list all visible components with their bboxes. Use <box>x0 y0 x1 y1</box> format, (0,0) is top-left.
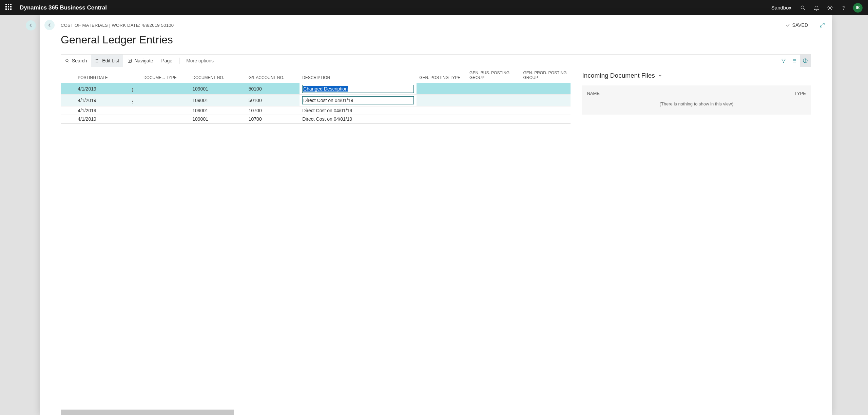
svg-rect-6 <box>128 59 132 62</box>
cell-gen-prod-posting-group[interactable] <box>521 83 571 95</box>
cell-document-no[interactable]: 109001 <box>190 106 246 115</box>
cell-description[interactable]: Direct Cost on 04/01/19 <box>300 115 417 123</box>
cell-document-no[interactable]: 109001 <box>190 115 246 123</box>
settings-icon[interactable] <box>823 0 837 15</box>
col-select[interactable] <box>61 67 75 83</box>
cell-description[interactable]: Direct Cost on 04/01/19 <box>300 106 417 115</box>
col-document-no[interactable]: DOCUMENT NO. <box>190 67 246 83</box>
more-options-action[interactable]: More options <box>182 55 218 67</box>
page-card: COST OF MATERIALS | WORK DATE: 4/8/2019 … <box>40 15 832 415</box>
edit-list-action[interactable]: Edit List <box>91 55 123 67</box>
table-row[interactable]: 4/1/201910900150100Changed Description <box>61 83 571 95</box>
user-avatar[interactable]: IK <box>853 3 863 13</box>
cell-gl-account-no[interactable]: 10700 <box>246 115 300 123</box>
cell-gen-prod-posting-group[interactable] <box>521 95 571 106</box>
horizontal-scrollbar[interactable] <box>61 410 234 415</box>
row-menu-placeholder <box>124 106 141 115</box>
notifications-icon[interactable] <box>810 0 823 15</box>
environment-badge: Sandbox <box>771 5 791 11</box>
factbox-title[interactable]: Incoming Document Files <box>582 72 811 79</box>
row-select-cell[interactable] <box>61 106 75 115</box>
action-bar: Search Edit List Navigate Page More opti… <box>61 54 811 67</box>
cell-gen-prod-posting-group[interactable] <box>521 115 571 123</box>
factbox-col-type[interactable]: TYPE <box>794 91 806 96</box>
cell-gen-bus-posting-group[interactable] <box>467 95 520 106</box>
svg-point-3 <box>844 9 844 9</box>
factbox-card: NAME TYPE (There is nothing to show in t… <box>582 85 811 115</box>
cell-document-type[interactable] <box>141 115 190 123</box>
cell-posting-date[interactable]: 4/1/2019 <box>75 83 124 95</box>
cell-document-no[interactable]: 109001 <box>190 95 246 106</box>
table-row[interactable]: 4/1/201910900110700Direct Cost on 04/01/… <box>61 115 571 123</box>
svg-point-7 <box>129 60 131 61</box>
cell-gen-bus-posting-group[interactable] <box>467 115 520 123</box>
saved-indicator: SAVED <box>786 22 808 28</box>
row-select-cell[interactable] <box>61 83 75 95</box>
svg-line-1 <box>804 8 805 10</box>
cell-gen-posting-type[interactable] <box>417 95 467 106</box>
table-row[interactable]: 4/1/201910900110700Direct Cost on 04/01/… <box>61 106 571 115</box>
cell-gen-posting-type[interactable] <box>417 83 467 95</box>
chevron-down-icon <box>658 73 662 78</box>
cell-gl-account-no[interactable]: 50100 <box>246 95 300 106</box>
svg-line-5 <box>68 61 69 62</box>
cell-gen-bus-posting-group[interactable] <box>467 83 520 95</box>
edit-list-icon <box>95 58 100 63</box>
info-pane-icon[interactable] <box>800 55 811 67</box>
col-posting-date[interactable]: POSTING DATE <box>75 67 124 83</box>
search-icon[interactable] <box>796 0 810 15</box>
col-description[interactable]: DESCRIPTION <box>300 67 417 83</box>
cell-gen-bus-posting-group[interactable] <box>467 106 520 115</box>
checkmark-icon <box>786 23 790 27</box>
cell-gen-posting-type[interactable] <box>417 106 467 115</box>
col-gen-bus-posting-group[interactable]: GEN. BUS. POSTING GROUP <box>467 67 520 83</box>
collapse-factbox-icon[interactable] <box>817 20 827 30</box>
svg-point-0 <box>801 6 804 9</box>
navigate-action[interactable]: Navigate <box>123 55 157 67</box>
row-menu-placeholder <box>124 115 141 123</box>
cell-document-no[interactable]: 109001 <box>190 83 246 95</box>
cell-description[interactable]: Direct Cost on 04/01/19 <box>300 95 417 106</box>
cell-posting-date[interactable]: 4/1/2019 <box>75 115 124 123</box>
row-select-cell[interactable] <box>61 115 75 123</box>
row-menu-button[interactable] <box>124 95 141 106</box>
col-gen-posting-type[interactable]: GEN. POSTING TYPE <box>417 67 467 83</box>
page-title: General Ledger Entries <box>61 34 811 46</box>
cell-posting-date[interactable]: 4/1/2019 <box>75 106 124 115</box>
back-button[interactable] <box>44 20 55 30</box>
cell-document-type[interactable] <box>141 95 190 106</box>
navigate-icon <box>127 58 132 63</box>
parent-back-button[interactable] <box>26 20 36 31</box>
row-select-cell[interactable] <box>61 95 75 106</box>
action-divider <box>179 58 179 64</box>
col-document-type[interactable]: DOCUME... TYPE <box>141 67 190 83</box>
app-launcher-icon[interactable] <box>5 4 14 12</box>
cell-description[interactable]: Changed Description <box>300 83 417 95</box>
ledger-entries-table: POSTING DATE DOCUME... TYPE DOCUMENT NO.… <box>61 67 571 123</box>
help-icon[interactable] <box>837 0 850 15</box>
factbox-col-name[interactable]: NAME <box>587 91 794 96</box>
search-icon <box>65 58 70 63</box>
svg-point-4 <box>66 59 69 62</box>
top-app-bar: Dynamics 365 Business Central Sandbox IK <box>0 0 868 15</box>
cell-gl-account-no[interactable]: 10700 <box>246 106 300 115</box>
cell-gl-account-no[interactable]: 50100 <box>246 83 300 95</box>
table-row[interactable]: 4/1/201910900150100Direct Cost on 04/01/… <box>61 95 571 106</box>
row-menu-button[interactable] <box>124 83 141 95</box>
cell-gen-posting-type[interactable] <box>417 115 467 123</box>
svg-point-2 <box>829 7 831 8</box>
col-gl-account-no[interactable]: G/L ACCOUNT NO. <box>246 67 300 83</box>
filter-icon[interactable] <box>778 55 789 67</box>
search-action[interactable]: Search <box>61 55 91 67</box>
cell-document-type[interactable] <box>141 83 190 95</box>
page-action[interactable]: Page <box>157 55 176 67</box>
list-view-icon[interactable] <box>789 55 800 67</box>
factbox-empty-message: (There is nothing to show in this view) <box>582 101 811 115</box>
breadcrumb: COST OF MATERIALS | WORK DATE: 4/8/2019 … <box>61 23 174 28</box>
svg-point-10 <box>805 59 806 60</box>
col-gen-prod-posting-group[interactable]: GEN. PROD. POSTING GROUP <box>521 67 571 83</box>
brand-title: Dynamics 365 Business Central <box>20 4 107 11</box>
cell-posting-date[interactable]: 4/1/2019 <box>75 95 124 106</box>
cell-gen-prod-posting-group[interactable] <box>521 106 571 115</box>
cell-document-type[interactable] <box>141 106 190 115</box>
